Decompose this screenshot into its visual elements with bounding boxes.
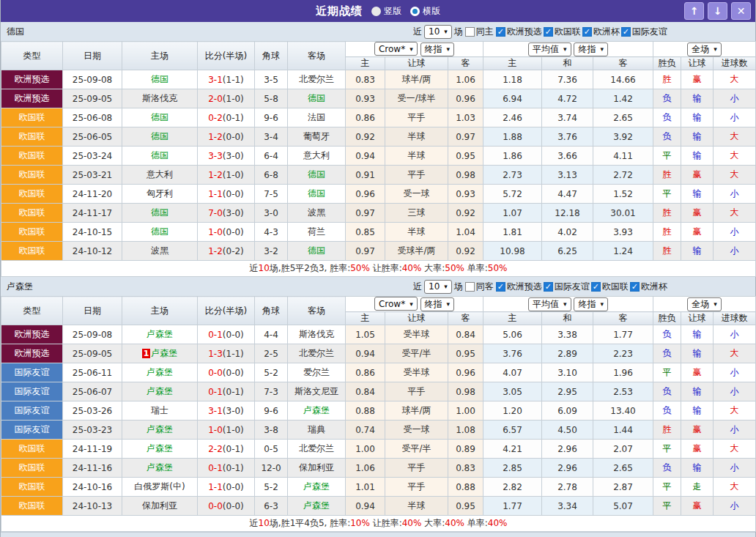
col-handicap-result: 让球 bbox=[681, 57, 714, 70]
goals-outcome: 大 bbox=[714, 166, 756, 185]
league-checkbox[interactable] bbox=[544, 27, 553, 37]
league-filter[interactable]: 国际友谊 bbox=[544, 281, 590, 293]
chevron-down-icon: ▾ bbox=[444, 283, 448, 290]
match-row: 欧国联24-11-20匈牙利1-1(0-0)7-5德国0.96受一球0.935.… bbox=[1, 185, 756, 204]
away-team: 荷兰 bbox=[288, 223, 346, 242]
scope-band: 全场▾ bbox=[653, 297, 756, 312]
layout-radio-horizontal[interactable]: 横版 bbox=[401, 5, 440, 18]
close-button[interactable]: ✕ bbox=[731, 2, 751, 20]
avg-away-odds: 5.07 bbox=[593, 497, 653, 516]
match-row: 欧国联25-06-08德国0-2(0-1)9-6法国0.86平手1.032.46… bbox=[1, 108, 756, 127]
handicap-outcome: 赢 bbox=[681, 497, 714, 516]
radio-horizontal-label[interactable]: 横版 bbox=[423, 5, 440, 18]
col-crow-handicap: 让球 bbox=[385, 57, 448, 70]
home-team: 卢森堡 bbox=[122, 459, 198, 478]
home-team: 卢森堡 bbox=[122, 421, 198, 440]
avg-home-odds: 6.57 bbox=[483, 421, 542, 440]
result-outcome: 胜 bbox=[653, 70, 681, 89]
match-count-select[interactable]: 10▾ bbox=[424, 25, 452, 39]
bookmaker-select[interactable]: Crow*▾ bbox=[374, 42, 418, 56]
corner-score: 3-5 bbox=[255, 70, 288, 89]
avg-home-odds: 4.21 bbox=[483, 440, 542, 459]
score: 1-2(0-2) bbox=[198, 242, 255, 261]
handicap-outcome: 输 bbox=[681, 382, 714, 401]
match-date: 25-03-24 bbox=[63, 147, 122, 166]
league-filter[interactable]: 国际友谊 bbox=[621, 26, 667, 38]
league-checkbox[interactable] bbox=[544, 282, 553, 292]
layout-radio-vertical[interactable]: 竖版 bbox=[363, 5, 401, 18]
col-crow-handicap: 让球 bbox=[385, 312, 448, 325]
crow-home-odds: 0.94 bbox=[346, 497, 385, 516]
score: 1-2(0-0) bbox=[198, 127, 255, 147]
radio-icon[interactable] bbox=[371, 7, 381, 16]
league-filter[interactable]: 欧洲预选 bbox=[496, 26, 542, 38]
near-label: 近 bbox=[413, 281, 422, 293]
match-type: 欧洲预选 bbox=[1, 325, 63, 344]
league-checkbox[interactable] bbox=[582, 27, 592, 37]
crow-handicap: 受一球 bbox=[385, 185, 448, 204]
league-filter[interactable]: 欧洲杯 bbox=[630, 281, 667, 293]
filter-controls: 近 10▾ 场 同客 欧洲预选 国际友谊 欧国联 欧洲杯 bbox=[413, 280, 669, 294]
move-up-button[interactable]: ↑ bbox=[684, 2, 704, 20]
league-checkbox[interactable] bbox=[496, 27, 505, 37]
goals-outcome: 小 bbox=[714, 185, 756, 204]
match-type: 欧国联 bbox=[1, 440, 63, 459]
same-venue-checkbox[interactable] bbox=[465, 27, 475, 37]
chevron-down-icon: ▾ bbox=[410, 300, 413, 308]
final-odds-select[interactable]: 终指▾ bbox=[420, 42, 455, 56]
home-team: 德国 bbox=[122, 127, 198, 147]
league-checkbox[interactable] bbox=[496, 282, 505, 292]
league-filter[interactable]: 欧国联 bbox=[591, 281, 629, 293]
crow-home-odds: 0.86 bbox=[346, 108, 385, 127]
crow-home-odds: 0.74 bbox=[346, 421, 385, 440]
result-outcome: 平 bbox=[653, 440, 681, 459]
move-down-button[interactable]: ↓ bbox=[708, 2, 727, 20]
corner-score: 3-8 bbox=[255, 421, 288, 440]
same-venue-checkbox[interactable] bbox=[465, 282, 475, 292]
scope-select[interactable]: 全场▾ bbox=[687, 297, 722, 311]
league-filter[interactable]: 欧洲杯 bbox=[582, 26, 620, 38]
radio-vertical-label[interactable]: 竖版 bbox=[384, 5, 401, 18]
crow-handicap: 受一/球半 bbox=[385, 89, 448, 108]
scope-select[interactable]: 全场▾ bbox=[687, 42, 722, 56]
average-select[interactable]: 平均值▾ bbox=[528, 42, 571, 56]
corner-score: 7-5 bbox=[255, 185, 288, 204]
crow-home-odds: 0.94 bbox=[346, 147, 385, 166]
crow-home-odds: 0.91 bbox=[346, 166, 385, 185]
final-odds-select[interactable]: 终指▾ bbox=[574, 297, 608, 311]
match-row: 欧国联25-03-24德国3-3(3-0)6-4意大利0.94半球0.951.8… bbox=[1, 147, 756, 166]
league-filter[interactable]: 欧洲预选 bbox=[496, 281, 542, 293]
corner-score: 5-2 bbox=[255, 363, 288, 382]
window-buttons: ↑ ↓ ✕ bbox=[681, 2, 751, 20]
match-count-select[interactable]: 10▾ bbox=[424, 280, 452, 294]
bottom-strip bbox=[1, 532, 755, 537]
avg-away-odds: 1.42 bbox=[593, 89, 653, 108]
match-row: 欧国联24-10-15德国1-0(0-0)4-3荷兰0.85半球1.041.81… bbox=[1, 223, 756, 242]
col-away: 客场 bbox=[288, 42, 346, 70]
crow-home-odds: 1.00 bbox=[346, 440, 385, 459]
radio-icon[interactable] bbox=[410, 7, 420, 16]
score: 0-0(0-0) bbox=[198, 363, 255, 382]
result-outcome: 平 bbox=[653, 478, 681, 497]
away-team: 北爱尔兰 bbox=[288, 344, 346, 363]
col-score: 比分(半场) bbox=[198, 42, 255, 70]
score: 0-2(0-1) bbox=[198, 108, 255, 127]
match-date: 25-09-05 bbox=[63, 344, 122, 363]
average-select[interactable]: 平均值▾ bbox=[528, 297, 571, 311]
league-checkbox[interactable] bbox=[621, 27, 631, 37]
away-team: 斯洛文尼亚 bbox=[288, 382, 346, 401]
final-odds-select[interactable]: 终指▾ bbox=[420, 297, 455, 311]
final-odds-select[interactable]: 终指▾ bbox=[574, 42, 608, 56]
match-type: 国际友谊 bbox=[1, 421, 63, 440]
avg-draw-odds: 3.66 bbox=[542, 147, 593, 166]
corner-score: 3-4 bbox=[255, 127, 288, 147]
result-outcome: 平 bbox=[653, 185, 681, 204]
bookmaker-select[interactable]: Crow*▾ bbox=[374, 297, 418, 311]
league-filter[interactable]: 欧国联 bbox=[544, 26, 581, 38]
league-checkbox[interactable] bbox=[630, 282, 640, 292]
crow-home-odds: 1.05 bbox=[346, 325, 385, 344]
away-team: 波黑 bbox=[288, 204, 346, 223]
league-checkbox[interactable] bbox=[591, 282, 601, 292]
result-outcome: 负 bbox=[653, 127, 681, 147]
away-team: 卢森堡 bbox=[288, 478, 346, 497]
